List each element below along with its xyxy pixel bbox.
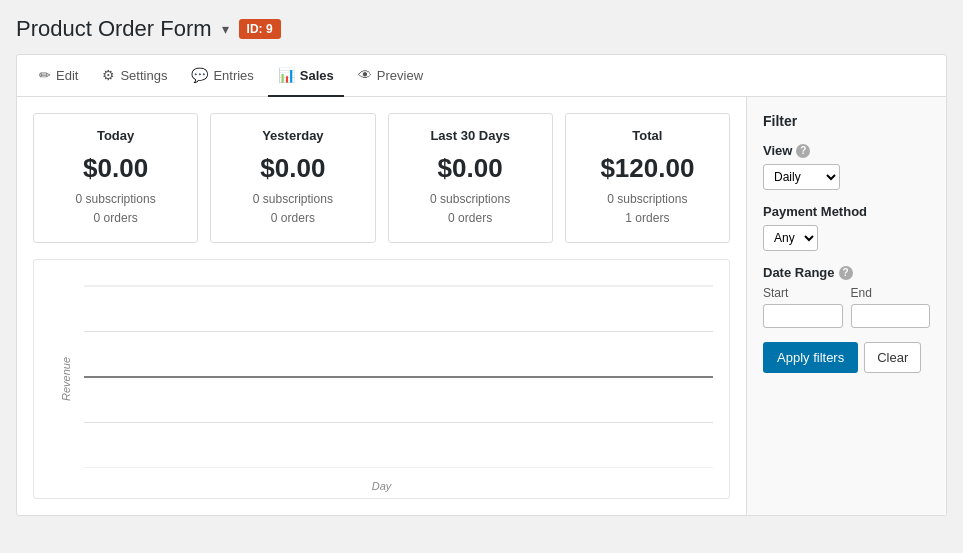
stat-today-orders: 0 orders	[46, 209, 185, 228]
filter-buttons: Apply filters Clear	[763, 342, 930, 373]
stat-total-label: Total	[578, 128, 717, 143]
tab-sales-label: Sales	[300, 68, 334, 83]
chart-x-label: Day	[34, 480, 729, 492]
stat-yesterday-value: $0.00	[223, 153, 362, 184]
tab-sales[interactable]: 📊 Sales	[268, 55, 344, 97]
main-card: ✏ Edit ⚙ Settings 💬 Entries 📊 Sales 👁 Pr…	[16, 54, 947, 516]
filter-payment-select-wrap: Any	[763, 225, 930, 251]
entries-icon: 💬	[191, 67, 208, 83]
tab-preview-label: Preview	[377, 68, 423, 83]
edit-icon: ✏	[39, 67, 51, 83]
filter-start-label: Start	[763, 286, 843, 300]
stat-card-last30: Last 30 Days $0.00 0 subscriptions 0 ord…	[388, 113, 553, 243]
sales-icon: 📊	[278, 67, 295, 83]
stat-total-value: $120.00	[578, 153, 717, 184]
stat-last30-orders: 0 orders	[401, 209, 540, 228]
filter-payment-label: Payment Method	[763, 204, 930, 219]
page-title: Product Order Form	[16, 16, 212, 42]
stat-last30-subscriptions: 0 subscriptions	[401, 190, 540, 209]
page-header: Product Order Form ▾ ID: 9	[16, 16, 947, 42]
filter-date-row: Start End	[763, 286, 930, 328]
chart-svg: 1.0 0.5 0.0 -0.5 -1.0	[84, 276, 713, 468]
filter-start-col: Start	[763, 286, 843, 328]
stat-total-orders: 1 orders	[578, 209, 717, 228]
tab-edit-label: Edit	[56, 68, 78, 83]
id-badge: ID: 9	[239, 19, 281, 39]
settings-icon: ⚙	[102, 67, 115, 83]
stat-today-subscriptions: 0 subscriptions	[46, 190, 185, 209]
tab-edit[interactable]: ✏ Edit	[29, 55, 88, 97]
clear-filters-button[interactable]: Clear	[864, 342, 921, 373]
stat-yesterday-orders: 0 orders	[223, 209, 362, 228]
filter-panel: Filter View ? Daily Weekly Monthly Payme…	[746, 97, 946, 515]
stat-card-yesterday: Yesterday $0.00 0 subscriptions 0 orders	[210, 113, 375, 243]
filter-title: Filter	[763, 113, 930, 129]
view-help-icon[interactable]: ?	[796, 144, 810, 158]
filter-view-select[interactable]: Daily Weekly Monthly	[763, 164, 840, 190]
apply-filters-button[interactable]: Apply filters	[763, 342, 858, 373]
stats-row: Today $0.00 0 subscriptions 0 orders Yes…	[33, 113, 730, 243]
filter-view-label: View ?	[763, 143, 930, 158]
left-panel: Today $0.00 0 subscriptions 0 orders Yes…	[17, 97, 746, 515]
stat-total-subscriptions: 0 subscriptions	[578, 190, 717, 209]
stat-last30-label: Last 30 Days	[401, 128, 540, 143]
tab-entries[interactable]: 💬 Entries	[181, 55, 263, 97]
filter-end-col: End	[851, 286, 931, 328]
tab-settings[interactable]: ⚙ Settings	[92, 55, 177, 97]
filter-date-range-label: Date Range ?	[763, 265, 930, 280]
chevron-down-icon[interactable]: ▾	[222, 21, 229, 37]
chart-area: Revenue Day 1.0 0.5 0.0	[33, 259, 730, 499]
stat-yesterday-label: Yesterday	[223, 128, 362, 143]
filter-payment-select[interactable]: Any	[763, 225, 818, 251]
filter-end-input[interactable]	[851, 304, 931, 328]
stat-card-today: Today $0.00 0 subscriptions 0 orders	[33, 113, 198, 243]
content-area: Today $0.00 0 subscriptions 0 orders Yes…	[17, 97, 946, 515]
stat-today-value: $0.00	[46, 153, 185, 184]
date-range-help-icon[interactable]: ?	[839, 266, 853, 280]
stat-card-total: Total $120.00 0 subscriptions 1 orders	[565, 113, 730, 243]
stat-yesterday-subscriptions: 0 subscriptions	[223, 190, 362, 209]
filter-view-select-wrap: Daily Weekly Monthly	[763, 164, 930, 190]
filter-end-label: End	[851, 286, 931, 300]
tabs-bar: ✏ Edit ⚙ Settings 💬 Entries 📊 Sales 👁 Pr…	[17, 55, 946, 97]
tab-settings-label: Settings	[120, 68, 167, 83]
chart-y-label: Revenue	[60, 357, 72, 401]
stat-last30-value: $0.00	[401, 153, 540, 184]
filter-start-input[interactable]	[763, 304, 843, 328]
tab-preview[interactable]: 👁 Preview	[348, 55, 433, 97]
preview-icon: 👁	[358, 67, 372, 83]
tab-entries-label: Entries	[213, 68, 253, 83]
stat-today-label: Today	[46, 128, 185, 143]
